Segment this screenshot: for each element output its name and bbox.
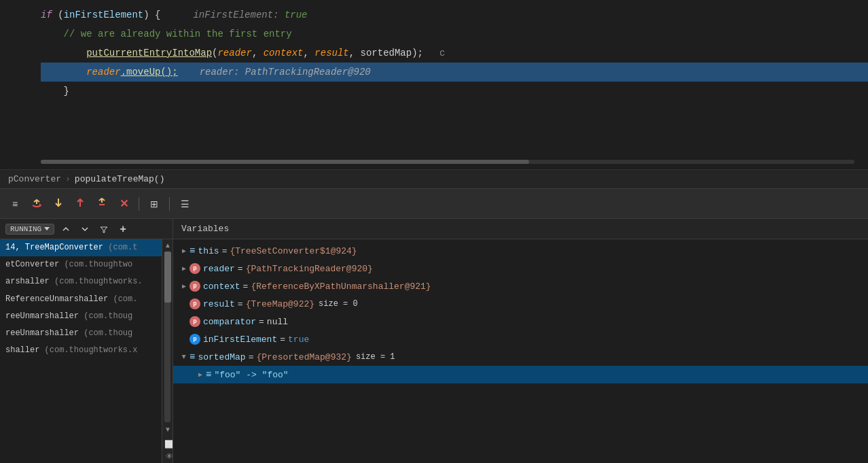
show-execution-point-button[interactable]: ≡ — [5, 194, 24, 213]
code-line-3: putCurrentEntryIntoMap ( reader , contex… — [41, 44, 868, 63]
scroll-controls: ▲ ▼ ⬜ 👁 — [162, 239, 173, 463]
var-row-inFirstElement[interactable]: p inFirstElement = true — [173, 330, 868, 348]
method-moveUp: .moveUp(); — [121, 67, 178, 78]
var-row-context[interactable]: p context = {ReferenceByXPathUnmarshalle… — [173, 277, 868, 295]
stack-item-5[interactable]: reeUnmarshaller (com.thoug — [0, 308, 162, 325]
var-value-reader: {PathTrackingReader@920} — [246, 264, 373, 274]
code-editor: if ( inFirstElement ) { inFirstElement: … — [0, 0, 868, 170]
add-button[interactable]: + — [115, 222, 130, 237]
stack-item-1[interactable]: 14, TreeMapConverter (com.t — [0, 239, 162, 256]
call-stack-header: RUNNING + — [0, 219, 173, 239]
hint-reader-value: reader: PathTrackingReader@920 — [200, 67, 371, 78]
breadcrumb-current[interactable]: populateTreeMap() — [75, 174, 165, 184]
var-row-sortedMap[interactable]: ≡ sortedMap = {PresortedMap@932} size = … — [173, 348, 868, 366]
scroll-down-btn[interactable]: ▼ — [162, 424, 173, 434]
hint-c: c — [439, 48, 445, 58]
stack-item-7-text: shaller (com.thoughtworks.x — [5, 345, 137, 355]
eye-button[interactable]: 👁 — [164, 451, 173, 462]
stack-item-7[interactable]: shaller (com.thoughtworks.x — [0, 342, 162, 359]
code-line-5: } — [41, 82, 868, 101]
more-button[interactable]: ☰ — [175, 194, 194, 213]
expand-reader[interactable] — [179, 263, 189, 274]
copy-button[interactable]: ⬜ — [164, 439, 173, 449]
hint-inFirstElement: inFirstElement: true — [193, 10, 307, 20]
expand-foo[interactable] — [195, 369, 206, 380]
expand-context[interactable] — [179, 281, 189, 292]
result-icon: p — [189, 298, 200, 309]
variables-panel: Variables ≡ this = {TreeSetConverter$1@9… — [173, 219, 868, 463]
stack-item-2-text: etConverter (com.thoughtwo — [5, 260, 132, 269]
step-out-button[interactable] — [71, 194, 90, 213]
stack-item-3-text: arshaller (com.thoughtworks. — [5, 277, 143, 286]
dropdown-arrow — [44, 227, 50, 230]
stack-up-button[interactable] — [58, 222, 73, 237]
code-line-2: // we are already within the first entry — [41, 24, 868, 44]
scrollbar-thumb[interactable] — [164, 252, 171, 303]
expand-this[interactable] — [179, 245, 189, 256]
stack-item-3[interactable]: arshaller (com.thoughtworks. — [0, 273, 162, 290]
var-value-comparator: null — [267, 317, 288, 327]
scroll-up-btn[interactable]: ▲ — [162, 239, 173, 250]
show-execution-icon: ≡ — [12, 199, 18, 209]
var-row-result[interactable]: p result = {TreeMap@922} size = 0 — [173, 295, 868, 313]
watch-icon: ⊞ — [150, 199, 158, 209]
var-value-context: {ReferenceByXPathUnmarshaller@921} — [251, 281, 431, 292]
more-icon: ☰ — [181, 199, 189, 209]
variables-header: Variables — [173, 219, 868, 239]
running-badge[interactable]: RUNNING — [5, 224, 54, 235]
watch-table-button[interactable]: ⊞ — [145, 194, 164, 213]
expand-inFirstElement[interactable] — [179, 334, 189, 345]
var-name-inFirstElement: inFirstElement — [203, 335, 277, 345]
stack-item-6-text: reeUnmarshaller (com.thoug — [5, 328, 132, 338]
param-context: context — [264, 48, 304, 58]
expand-result[interactable] — [179, 298, 189, 309]
var-name-reader: reader — [203, 264, 235, 274]
var-eq-context: = — [243, 281, 249, 292]
evaluate-button[interactable]: ✕ — [114, 194, 133, 213]
scroll-thumb[interactable] — [41, 160, 529, 164]
filter-button[interactable] — [96, 222, 111, 237]
stack-item-6[interactable]: reeUnmarshaller (com.thoug — [0, 325, 162, 342]
stack-item-2[interactable]: etConverter (com.thoughtwo — [0, 256, 162, 273]
code-lines: if ( inFirstElement ) { inFirstElement: … — [0, 0, 868, 106]
var-name-comparator: comparator — [203, 317, 256, 327]
var-value-sortedMap: {PresortedMap@932} — [256, 352, 351, 362]
variables-title: Variables — [181, 224, 229, 234]
var-size-result: size = 0 — [319, 299, 358, 309]
var-name-context: context — [203, 281, 240, 292]
var-name-sortedMap: sortedMap — [198, 352, 245, 362]
stack-down-button[interactable] — [77, 222, 92, 237]
breadcrumb-parent[interactable]: pConverter — [8, 174, 61, 184]
var-row-this[interactable]: ≡ this = {TreeSetConverter$1@924} — [173, 242, 868, 260]
scrollbar-track[interactable] — [164, 252, 170, 422]
var-row-reader[interactable]: p reader = {PathTrackingReader@920} — [173, 260, 868, 277]
expand-sortedMap[interactable] — [179, 351, 189, 362]
step-over-icon — [31, 199, 42, 209]
action-icons: ⬜ 👁 — [162, 437, 173, 463]
this-icon: ≡ — [189, 245, 195, 256]
code-comma2: , — [304, 48, 315, 58]
expand-comparator[interactable] — [179, 316, 189, 327]
var-row-comparator[interactable]: p comparator = null — [173, 313, 868, 330]
stack-list: 14, TreeMapConverter (com.t etConverter … — [0, 239, 162, 463]
code-comment: // we are already within the first entry — [41, 29, 292, 39]
reader-ref: reader — [86, 67, 120, 78]
param-result: result — [314, 48, 348, 58]
stack-content: 14, TreeMapConverter (com.t etConverter … — [0, 239, 173, 463]
run-to-cursor-button[interactable] — [92, 194, 111, 213]
code-close-brace: } — [41, 86, 69, 97]
var-eq-inFirstElement: = — [280, 335, 285, 345]
code-comma: , — [252, 48, 264, 58]
code-paren: ( — [52, 10, 64, 20]
var-name-result: result — [203, 299, 235, 309]
context-icon: p — [189, 281, 200, 292]
code-brace: ) { — [143, 10, 160, 20]
step-over-button[interactable] — [27, 194, 46, 213]
var-value-result: {TreeMap@922} — [246, 299, 314, 309]
reader-icon: p — [189, 263, 200, 274]
step-into-button[interactable] — [49, 194, 68, 213]
inFirstElement-icon: p — [189, 334, 200, 345]
horizontal-scrollbar[interactable] — [41, 160, 854, 164]
var-row-foo[interactable]: ≡ "foo" -> "foo" — [173, 366, 868, 383]
stack-item-4[interactable]: ReferenceUnmarshaller (com. — [0, 291, 162, 308]
